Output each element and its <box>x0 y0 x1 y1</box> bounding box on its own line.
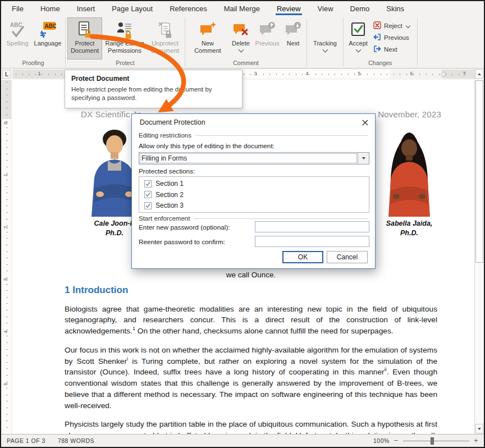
reject-button[interactable]: Reject <box>373 21 410 30</box>
accept-button[interactable]: Accept <box>345 17 371 60</box>
confirm-password-label: Reenter password to confirm: <box>139 238 225 246</box>
language-icon: ABC <box>39 20 56 40</box>
ruler-number: 4 <box>3 330 8 333</box>
new-password-label: Enter new password (optional): <box>139 223 230 231</box>
tab-demo[interactable]: Demo <box>342 1 378 17</box>
word-count[interactable]: 788 WORDS <box>58 437 94 444</box>
zoom-slider[interactable] <box>403 437 469 445</box>
tab-insert[interactable]: Insert <box>68 1 104 17</box>
tab-references[interactable]: References <box>161 1 215 17</box>
previous-comment-button[interactable]: Previous <box>253 17 281 60</box>
allow-editing-label: Allow only this type of editing in the d… <box>139 142 274 150</box>
previous-change-icon <box>373 33 381 42</box>
group-label-protect: Protect <box>67 60 183 68</box>
spelling-button[interactable]: ABC Spelling <box>3 17 32 60</box>
spelling-icon: ABC <box>9 20 26 40</box>
right-indent-marker[interactable] <box>441 71 446 76</box>
author-caption-right: Sabella Jaida, Ph.D. <box>376 219 442 238</box>
unprotect-document-icon <box>157 20 173 40</box>
page-indicator[interactable]: PAGE 1 OF 3 <box>7 437 45 444</box>
group-changes: Accept Reject <box>344 17 417 68</box>
zoom-control: 100% − + <box>373 437 478 445</box>
new-comment-button[interactable]: New Comment <box>187 17 228 60</box>
status-bar: PAGE 1 OF 3 788 WORDS 100% − + <box>1 434 484 447</box>
author-photo-right <box>376 126 442 217</box>
tab-stop-selector[interactable]: L <box>2 70 11 79</box>
range-editing-permissions-button[interactable]: Range Editing Permissions <box>102 17 147 60</box>
combobox-dropdown-button[interactable] <box>358 153 369 164</box>
zoom-out-button[interactable]: − <box>394 438 399 444</box>
tab-home[interactable]: Home <box>32 1 68 17</box>
new-comment-icon <box>199 20 217 40</box>
chevron-down-icon <box>362 157 365 159</box>
ruler-number: 3 <box>3 278 8 281</box>
tooltip-title: Protect Document <box>71 75 236 83</box>
checkbox-checked-icon[interactable] <box>144 202 152 209</box>
group-label-changes: Changes <box>345 60 415 68</box>
next-comment-button[interactable]: Next <box>281 17 305 60</box>
section-checkbox-row[interactable]: Section 1 <box>144 180 364 188</box>
vertical-scrollbar[interactable] <box>474 68 484 434</box>
zoom-slider-thumb[interactable] <box>431 437 434 445</box>
language-button[interactable]: ABC Language <box>32 17 63 60</box>
scroll-down-button[interactable] <box>475 424 483 433</box>
tab-view[interactable]: View <box>309 1 342 17</box>
abstract-tail: we call Ounce. <box>65 271 437 279</box>
tab-review[interactable]: Review <box>268 1 309 17</box>
group-tracking: Tracking <box>307 17 343 68</box>
delete-comment-button[interactable]: Delete <box>228 17 253 60</box>
group-label-proofing: Proofing <box>3 60 63 68</box>
tab-mail-merge[interactable]: Mail Merge <box>216 1 268 17</box>
tab-page-layout[interactable]: Page Layout <box>103 1 161 17</box>
issue-date: November, 2023 <box>378 109 441 119</box>
section-checkbox-row[interactable]: Section 2 <box>144 191 364 199</box>
group-comment: New Comment Delete Previous <box>185 17 306 68</box>
dialog-title: Document Protection <box>140 118 205 126</box>
dialog-close-button[interactable] <box>360 118 369 127</box>
checkbox-checked-icon[interactable] <box>144 191 152 198</box>
delete-comment-icon <box>232 20 249 40</box>
ribbon-body: ABC Spelling ABC Language Proofing <box>1 17 484 68</box>
reject-icon <box>373 21 381 30</box>
unprotect-document-button[interactable]: Unprotect Document <box>147 17 183 60</box>
section-checkbox-row[interactable]: Section 3 <box>144 202 364 209</box>
chevron-down-icon <box>405 24 410 28</box>
confirm-password-field[interactable] <box>255 236 369 247</box>
paragraph-2: Our focus in this work is not on whether… <box>65 345 437 412</box>
changes-small-buttons: Reject Previous <box>371 17 415 60</box>
section-heading: 1 Introduction <box>65 285 437 296</box>
tooltip-body: Help restrict people from editing the do… <box>71 85 236 102</box>
protect-document-button[interactable]: Protect Document <box>67 17 102 60</box>
zoom-level: 100% <box>373 437 390 444</box>
ruler-number: 6 <box>410 71 413 76</box>
chevron-down-icon <box>355 47 361 52</box>
ruler-ticks <box>6 82 8 432</box>
checkbox-checked-icon[interactable] <box>144 180 152 188</box>
tab-skins[interactable]: Skins <box>378 1 413 17</box>
cancel-button[interactable]: Cancel <box>327 251 368 263</box>
zoom-in-button[interactable]: + <box>474 438 478 444</box>
range-editing-permissions-icon <box>116 20 133 40</box>
editing-type-value: Filling in Forms <box>139 153 358 164</box>
scrollbar-thumb[interactable] <box>475 80 483 263</box>
new-password-field[interactable] <box>255 221 369 232</box>
next-comment-icon <box>285 20 301 40</box>
triangle-up-icon <box>478 73 481 75</box>
chevron-down-icon <box>238 47 244 52</box>
ribbon: File Home Insert Page Layout References … <box>1 1 484 68</box>
protect-document-icon <box>77 20 93 40</box>
ruler-number: 5 <box>358 71 360 76</box>
tracking-button[interactable]: Tracking <box>309 17 341 60</box>
next-change-button[interactable]: Next <box>373 45 410 54</box>
close-icon <box>362 120 368 126</box>
word-review-window: File Home Insert Page Layout References … <box>0 0 485 448</box>
svg-text:ABC: ABC <box>45 23 57 29</box>
previous-change-button[interactable]: Previous <box>373 33 410 42</box>
paragraph-1: Biologists agree that game-theoretic mod… <box>65 304 437 337</box>
editing-type-combobox[interactable]: Filling in Forms <box>139 152 369 164</box>
ok-button[interactable]: OK <box>282 251 323 263</box>
tab-file[interactable]: File <box>3 1 32 17</box>
chevron-down-icon <box>322 47 328 52</box>
accept-icon <box>350 20 366 40</box>
scroll-up-button[interactable] <box>475 69 483 79</box>
